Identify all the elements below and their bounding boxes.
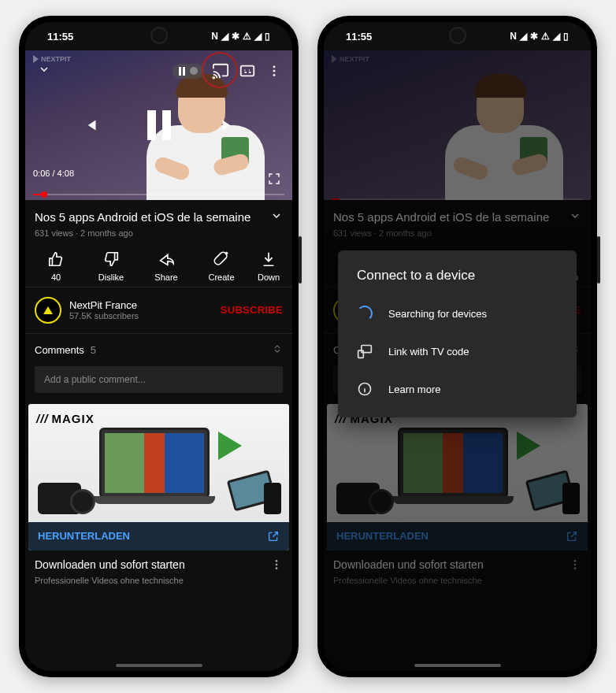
dnd-icon: ◢ xyxy=(221,31,228,42)
comments-label: Comments xyxy=(35,344,84,356)
ad-image: ///MAGIX xyxy=(327,404,588,522)
share-icon xyxy=(158,250,175,268)
toggle-thumb xyxy=(190,67,198,75)
ad-image: ///MAGIX xyxy=(28,404,289,522)
previous-button[interactable] xyxy=(80,115,101,135)
dialog-learn-label: Learn more xyxy=(388,384,440,395)
svg-point-6 xyxy=(276,563,278,565)
ad-cta-bar[interactable]: HERUNTERLADEN xyxy=(327,522,588,550)
progress-fill xyxy=(33,194,41,195)
progress-bar[interactable] xyxy=(332,198,583,200)
clock: 11:55 xyxy=(47,31,73,43)
video-details: Nos 5 apps Android et iOS de la semaine … xyxy=(25,200,292,591)
ad-title-row: Downloaden und sofort starten xyxy=(25,550,292,576)
create-button[interactable]: Create xyxy=(194,250,249,282)
player-bottom-bar xyxy=(324,198,591,200)
signal-icon: ◢ xyxy=(254,31,262,42)
like-button[interactable]: 40 xyxy=(28,250,83,282)
bluetooth-icon: ✱ xyxy=(530,31,538,42)
sort-icon[interactable] xyxy=(272,343,283,357)
ad-card[interactable]: ///MAGIX HERUNTERLADEN xyxy=(28,404,289,550)
svg-rect-1 xyxy=(241,66,254,76)
pause-button[interactable] xyxy=(147,110,171,140)
thumbs-up-icon xyxy=(47,250,65,268)
expand-icon[interactable] xyxy=(270,209,283,222)
ad-subtitle: Professionelle Videos ohne technische xyxy=(25,576,292,591)
svg-point-4 xyxy=(273,74,276,76)
video-thumbnail xyxy=(441,74,567,200)
dialog-link-tv-label: Link with TV code xyxy=(388,346,469,358)
nav-gesture-hint xyxy=(116,664,202,667)
svg-point-8 xyxy=(574,560,577,562)
svg-point-9 xyxy=(574,563,577,565)
comments-header[interactable]: Comments 5 xyxy=(25,334,292,366)
ad-card[interactable]: ///MAGIX HERUNTERLADEN xyxy=(327,404,588,550)
screen-right: 11:55 N ◢ ✱ ⚠ ◢ ▯ NEXTPIT Nos xyxy=(324,22,591,671)
video-player[interactable]: NEXTPIT xyxy=(25,50,292,200)
player-center-controls xyxy=(25,110,292,140)
status-icons: N ◢ ✱ ⚠ ◢ ▯ xyxy=(211,31,270,42)
status-icons: N ◢ ✱ ⚠ ◢ ▯ xyxy=(510,31,569,42)
progress-bar[interactable] xyxy=(33,194,284,195)
channel-info: NextPit France 57.5K subscribers xyxy=(69,299,213,321)
svg-point-2 xyxy=(273,65,276,68)
autoplay-toggle[interactable] xyxy=(173,64,204,79)
external-link-icon xyxy=(267,530,280,543)
wifi-off-icon: ⚠ xyxy=(541,31,550,42)
collapse-button[interactable] xyxy=(33,58,55,83)
ad-cta-bar[interactable]: HERUNTERLADEN xyxy=(28,522,289,550)
screen-left: 11:55 N ◢ ✱ ⚠ ◢ ▯ NEXTPIT xyxy=(25,22,292,671)
svg-point-7 xyxy=(276,567,278,569)
status-bar: 11:55 N ◢ ✱ ⚠ ◢ ▯ xyxy=(324,22,591,50)
svg-point-10 xyxy=(574,567,577,569)
ad-more-icon[interactable] xyxy=(569,558,581,571)
dialog-link-tv-row[interactable]: Link with TV code xyxy=(344,332,570,370)
clock: 11:55 xyxy=(346,31,372,43)
tv-link-icon xyxy=(357,343,373,359)
video-player[interactable]: NEXTPIT xyxy=(324,50,591,200)
wifi-off-icon: ⚠ xyxy=(243,31,251,42)
svg-point-5 xyxy=(276,560,278,562)
download-button[interactable]: Down xyxy=(249,250,288,282)
nfc-icon: N xyxy=(211,31,218,42)
player-top-bar xyxy=(25,55,292,87)
fullscreen-button[interactable] xyxy=(264,169,284,189)
video-meta: 631 views · 2 months ago xyxy=(25,228,292,246)
captions-button[interactable] xyxy=(237,61,258,81)
progress-thumb[interactable] xyxy=(41,191,47,198)
ad-title: Downloaden und sofort starten xyxy=(35,558,264,571)
nfc-icon: N xyxy=(510,31,517,42)
title-row[interactable]: Nos 5 apps Android et iOS de la semaine xyxy=(324,200,591,228)
channel-row[interactable]: NextPit France 57.5K subscribers SUBSCRI… xyxy=(25,287,292,334)
cast-highlight-circle xyxy=(202,52,238,88)
dialog-learn-row[interactable]: Learn more xyxy=(344,370,570,408)
expand-icon[interactable] xyxy=(569,209,581,222)
more-button[interactable] xyxy=(264,61,284,81)
nav-gesture-hint xyxy=(414,664,501,667)
player-bottom-bar: 0:06 / 4:08 xyxy=(25,169,292,195)
play-icon xyxy=(218,432,242,460)
channel-subs: 57.5K subscribers xyxy=(69,311,213,321)
avatar[interactable] xyxy=(35,297,61,324)
dislike-button[interactable]: Dislike xyxy=(83,250,139,282)
comments-count: 5 xyxy=(91,344,96,356)
channel-name: NextPit France xyxy=(69,299,213,311)
subscribe-button[interactable]: SUBSCRIBE xyxy=(221,304,283,316)
ad-more-icon[interactable] xyxy=(270,558,283,571)
external-link-icon xyxy=(566,530,578,543)
svg-point-3 xyxy=(273,70,276,72)
share-button[interactable]: Share xyxy=(139,250,194,282)
volume-button xyxy=(597,236,600,284)
ad-cta-text: HERUNTERLADEN xyxy=(336,530,429,542)
comment-input[interactable]: Add a public comment... xyxy=(35,366,283,393)
battery-icon: ▯ xyxy=(265,31,270,42)
phone-right: 11:55 N ◢ ✱ ⚠ ◢ ▯ NEXTPIT Nos xyxy=(317,16,597,677)
cast-button[interactable] xyxy=(210,61,231,81)
ad-brand: ///MAGIX xyxy=(36,412,95,425)
time-label: 0:06 / 4:08 xyxy=(33,169,74,189)
cast-dialog: Connect to a device Searching for device… xyxy=(338,250,577,417)
watermark: NEXTPIT xyxy=(332,55,369,63)
title-row[interactable]: Nos 5 apps Android et iOS de la semaine xyxy=(25,200,292,228)
progress-fill xyxy=(332,198,340,200)
next-button[interactable] xyxy=(217,115,238,135)
